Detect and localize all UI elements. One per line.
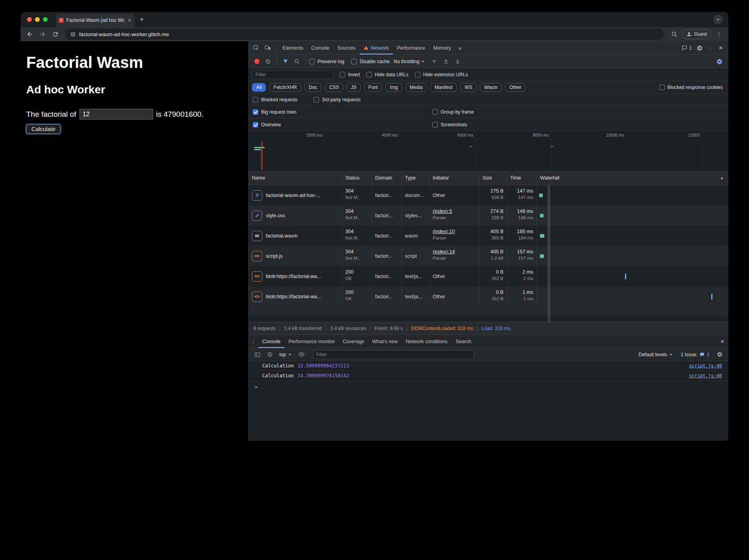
tab-sources[interactable]: Sources [333,41,360,54]
issues-counter-button[interactable]: 1 [679,45,694,51]
filter-chip-wasm[interactable]: Wasm [480,83,502,92]
filter-chip-fetch-xhr[interactable]: Fetch/XHR [269,83,301,92]
console-source-link[interactable]: script.js:40 [689,363,722,369]
console-sidebar-toggle-button[interactable] [252,351,263,358]
hide-extension-urls-checkbox[interactable]: Hide extension URLs [415,72,468,77]
screenshots-checkbox[interactable]: Screenshots [432,122,467,127]
forward-button[interactable] [37,29,48,39]
big-request-rows-checkbox[interactable]: Big request rows [253,109,432,115]
execution-context-dropdown[interactable]: top [277,352,294,357]
hide-data-urls-checkbox[interactable]: Hide data URLs [366,72,408,77]
network-request-row[interactable]: factorial-wasm-ad-hoc-... 304Not M... fa… [249,185,728,205]
network-request-row[interactable]: style.css 304Not M... factori... styles.… [249,205,728,226]
export-har-button[interactable] [441,58,451,64]
new-tab-button[interactable]: + [135,15,149,23]
blocked-response-cookies-checkbox[interactable]: Blocked response cookies [659,85,725,90]
network-search-button[interactable] [292,58,302,64]
network-conditions-button[interactable] [429,58,440,65]
tab-console[interactable]: Console [307,41,333,54]
filter-chip-ws[interactable]: WS [460,83,476,92]
column-header-time[interactable]: Time [507,172,537,185]
drawer-menu-button[interactable]: ⋮ [249,339,258,344]
column-header-domain[interactable]: Domain [372,172,402,185]
devtools-menu-button[interactable]: ⋮ [705,45,715,51]
site-settings-icon[interactable] [70,31,76,37]
column-header-status[interactable]: Status [342,172,372,185]
drawer-close-button[interactable]: × [716,338,728,346]
log-levels-dropdown[interactable]: Default levels [635,352,676,357]
group-by-frame-checkbox[interactable]: Group by frame [432,109,474,115]
network-overview-timeline[interactable]: 2000 ms 4000 ms 6000 ms 8000 ms 10000 ms… [249,131,728,172]
column-header-type[interactable]: Type [402,172,430,185]
console-filter-input[interactable] [313,350,474,359]
column-header-size[interactable]: Size [479,172,507,185]
tab-network[interactable]: Network [360,41,393,54]
filter-chip-media[interactable]: Media [405,83,427,92]
console-source-link[interactable]: script.js:40 [689,373,722,378]
blocked-requests-checkbox[interactable]: Blocked requests [253,97,298,102]
maximize-window-button[interactable] [43,17,48,22]
drawer-tab-network-conditions[interactable]: Network conditions [402,335,452,348]
network-filter-input[interactable] [252,70,333,79]
minimize-window-button[interactable] [35,17,40,22]
inspect-element-button[interactable] [250,44,262,51]
address-bar[interactable]: factorial-wasm-ad-hoc-worker.glitch.me [65,29,664,40]
column-header-waterfall[interactable]: Waterfall ▲ [537,172,728,185]
initiator-link[interactable]: (index):10 [433,229,476,234]
tab-close-icon[interactable]: × [127,17,132,23]
issues-button[interactable]: 1 Issue: 1 [677,352,713,357]
drawer-tab-performance-monitor[interactable]: Performance monitor [285,335,339,348]
filter-chip-all[interactable]: All [252,83,266,92]
record-network-log-button[interactable] [254,59,259,64]
filter-chip-other[interactable]: Other [505,83,526,92]
calculate-button[interactable]: Calculate [26,124,60,134]
profile-button[interactable]: Guest [682,29,711,39]
drawer-tab-console[interactable]: Console [258,335,285,348]
throttling-dropdown[interactable]: No throttling [391,59,428,64]
tab-elements[interactable]: Elements [279,41,307,54]
filter-chip-font[interactable]: Font [364,83,382,92]
drawer-tab-search[interactable]: Search [452,335,476,348]
reload-button[interactable] [50,29,60,39]
filter-chip-manifest[interactable]: Manifest [430,83,457,92]
network-request-row[interactable]: WA factorial.wasm 304Not M... factori...… [249,226,728,246]
browser-menu-button[interactable]: ⋮ [714,31,724,38]
third-party-requests-checkbox[interactable]: 3rd-party requests [314,97,360,102]
filter-chip-js[interactable]: JS [346,83,361,92]
preserve-log-checkbox[interactable]: Preserve log [309,59,344,64]
network-settings-button[interactable] [714,58,725,65]
filter-toggle-button[interactable] [280,58,291,64]
network-request-row[interactable]: <> blob:https://factorial-wa... 200OK fa… [249,266,728,286]
column-header-name[interactable]: Name [249,172,342,185]
device-toolbar-button[interactable] [262,44,273,51]
tab-memory[interactable]: Memory [429,41,455,54]
more-tabs-button[interactable]: » [455,45,464,51]
devtools-settings-button[interactable] [694,45,705,51]
invert-checkbox[interactable]: Invert [340,72,360,77]
search-icon[interactable] [669,29,679,39]
import-har-button[interactable] [452,58,463,64]
tab-search-button[interactable] [713,15,723,24]
disable-cache-checkbox[interactable]: Disable cache [351,59,389,64]
tab-performance[interactable]: Performance [393,41,430,54]
clear-network-log-button[interactable] [263,58,273,64]
initiator-link[interactable]: (index):5 [433,209,476,214]
clear-console-button[interactable] [265,351,275,357]
initiator-link[interactable]: (index):14 [433,249,476,255]
back-button[interactable] [25,29,35,39]
overview-checkbox[interactable]: Overview [253,122,432,127]
filter-chip-doc[interactable]: Doc [304,83,321,92]
drawer-tab-coverage[interactable]: Coverage [339,335,368,348]
filter-chip-css[interactable]: CSS [325,83,343,92]
console-prompt[interactable]: > [249,381,728,390]
browser-tab[interactable]: ! Factorial Wasm (ad hoc Work × [56,14,135,27]
filter-chip-img[interactable]: Img [385,83,402,92]
live-expression-eye-button[interactable] [296,351,307,358]
close-window-button[interactable] [27,17,32,22]
devtools-close-button[interactable]: × [715,44,727,52]
drawer-tab-whats-new[interactable]: What's new [368,335,402,348]
factorial-input[interactable] [79,109,153,120]
console-settings-button[interactable] [714,351,725,357]
network-request-row[interactable]: <> script.js 304Not M... factori... scri… [249,246,728,266]
column-header-initiator[interactable]: Initiator [430,172,479,185]
